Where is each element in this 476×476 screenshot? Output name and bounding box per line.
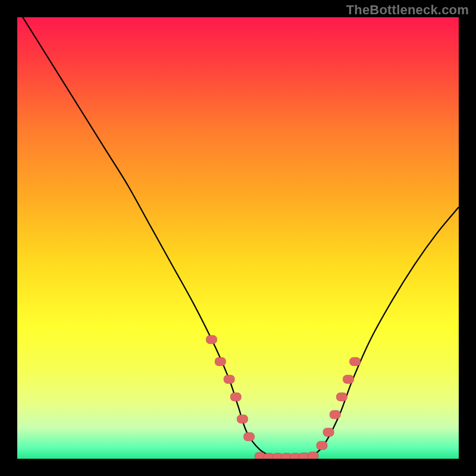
bottleneck-chart [0, 0, 476, 476]
highlight-marker [343, 375, 354, 383]
highlight-marker [350, 358, 361, 366]
highlight-marker [323, 428, 334, 436]
highlight-marker [244, 433, 255, 441]
highlight-marker [336, 393, 347, 401]
chart-container: { "attribution": "TheBottleneck.com", "c… [0, 0, 476, 476]
gradient-background [17, 17, 459, 459]
highlight-marker [308, 452, 318, 461]
highlight-marker [206, 336, 217, 344]
highlight-marker [237, 415, 248, 423]
highlight-marker [330, 411, 340, 419]
highlight-marker [230, 393, 241, 401]
highlight-marker [215, 358, 226, 366]
attribution-text: TheBottleneck.com [346, 2, 469, 18]
highlight-marker [317, 441, 327, 450]
highlight-marker [224, 375, 234, 383]
